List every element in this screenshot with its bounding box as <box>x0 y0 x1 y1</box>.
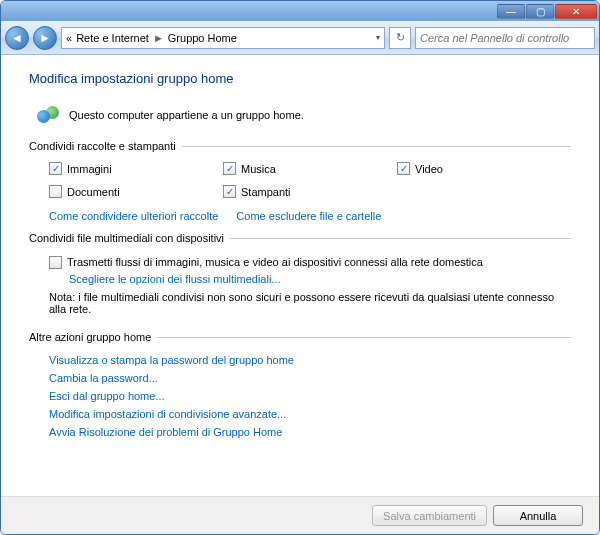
chevrons-icon: « <box>66 32 72 44</box>
link-stream-options[interactable]: Scegliere le opzioni dei flussi multimed… <box>69 273 281 285</box>
breadcrumb[interactable]: « Rete e Internet ► Gruppo Home ▾ <box>61 27 385 49</box>
checkbox-label: Video <box>415 163 443 175</box>
section-share-label: Condividi raccolte e stampanti <box>29 140 176 152</box>
link-leave-homegroup[interactable]: Esci dal gruppo home... <box>29 387 571 405</box>
breadcrumb-dropdown-icon[interactable]: ▾ <box>376 33 380 42</box>
breadcrumb-parent[interactable]: Rete e Internet <box>76 32 149 44</box>
checkbox-label: Trasmetti flussi di immagini, musica e v… <box>67 256 483 268</box>
share-checkgrid: ✓ Immagini ✓ Musica ✓ Video Documenti ✓ … <box>29 160 571 208</box>
checkbox-stream[interactable]: Trasmetti flussi di immagini, musica e v… <box>49 256 483 269</box>
checkbox-video[interactable]: ✓ Video <box>397 162 571 175</box>
checkbox-box <box>49 185 62 198</box>
cancel-button[interactable]: Annulla <box>493 505 583 526</box>
checkbox-musica[interactable]: ✓ Musica <box>223 162 397 175</box>
checkbox-box <box>49 256 62 269</box>
checkbox-box: ✓ <box>223 162 236 175</box>
section-actions-label: Altre azioni gruppo home <box>29 331 151 343</box>
homegroup-icon <box>37 104 59 126</box>
save-button: Salva cambiamenti <box>372 505 487 526</box>
section-actions-header: Altre azioni gruppo home <box>29 331 571 343</box>
checkbox-immagini[interactable]: ✓ Immagini <box>49 162 223 175</box>
breadcrumb-sep-icon: ► <box>153 32 164 44</box>
checkbox-label: Stampanti <box>241 186 291 198</box>
footer: Salva cambiamenti Annulla <box>1 496 599 534</box>
checkbox-stampanti[interactable]: ✓ Stampanti <box>223 185 397 198</box>
section-media-header: Condividi file multimediali con disposit… <box>29 232 571 244</box>
link-advanced-sharing[interactable]: Modifica impostazioni di condivisione av… <box>29 405 571 423</box>
minimize-button[interactable]: — <box>497 4 525 19</box>
forward-button[interactable]: ► <box>33 26 57 50</box>
info-text: Questo computer appartiene a un gruppo h… <box>69 109 304 121</box>
breadcrumb-current[interactable]: Gruppo Home <box>168 32 237 44</box>
divider <box>230 238 571 239</box>
link-view-password[interactable]: Visualizza o stampa la password del grup… <box>29 351 571 369</box>
checkbox-box: ✓ <box>397 162 410 175</box>
back-button[interactable]: ◄ <box>5 26 29 50</box>
checkbox-label: Documenti <box>67 186 120 198</box>
titlebar: — ▢ ✕ <box>1 1 599 21</box>
navbar: ◄ ► « Rete e Internet ► Gruppo Home ▾ ↻ <box>1 21 599 55</box>
link-troubleshoot[interactable]: Avvia Risoluzione dei problemi di Gruppo… <box>29 423 571 441</box>
checkbox-label: Immagini <box>67 163 112 175</box>
link-exclude[interactable]: Come escludere file e cartelle <box>236 210 381 222</box>
checkbox-documenti[interactable]: Documenti <box>49 185 223 198</box>
divider <box>157 337 571 338</box>
divider <box>182 146 571 147</box>
checkbox-label: Musica <box>241 163 276 175</box>
content-area: Modifica impostazioni gruppo home Questo… <box>1 55 599 496</box>
page-title: Modifica impostazioni gruppo home <box>29 71 571 86</box>
checkbox-box: ✓ <box>223 185 236 198</box>
checkbox-box: ✓ <box>49 162 62 175</box>
link-share-more[interactable]: Come condividere ulteriori raccolte <box>49 210 218 222</box>
link-change-password[interactable]: Cambia la password... <box>29 369 571 387</box>
section-media-label: Condividi file multimediali con disposit… <box>29 232 224 244</box>
media-note: Nota: i file multimediali condivisi non … <box>29 285 571 323</box>
refresh-button[interactable]: ↻ <box>389 27 411 49</box>
info-row: Questo computer appartiene a un gruppo h… <box>29 104 571 126</box>
maximize-button[interactable]: ▢ <box>526 4 554 19</box>
close-button[interactable]: ✕ <box>555 4 597 19</box>
window-frame: — ▢ ✕ ◄ ► « Rete e Internet ► Gruppo Hom… <box>0 0 600 535</box>
search-input[interactable] <box>415 27 595 49</box>
section-share-header: Condividi raccolte e stampanti <box>29 140 571 152</box>
